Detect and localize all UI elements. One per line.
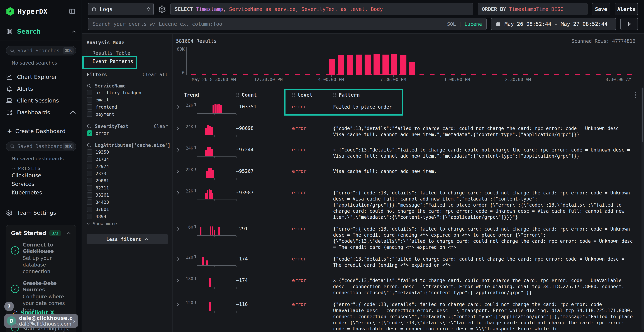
expand-chevron-icon[interactable] (176, 254, 184, 261)
expand-chevron-icon[interactable] (176, 146, 184, 152)
table-row[interactable]: 24K~97244error× {"code":13,"details":"fa… (176, 146, 639, 162)
source-settings-gear-icon[interactable] (158, 5, 166, 13)
sidebar-item-client-sessions[interactable]: Client Sessions (6, 95, 76, 106)
checkbox[interactable] (87, 192, 92, 198)
checkbox[interactable] (87, 206, 92, 212)
alerts-button[interactable]: Alerts (615, 3, 638, 16)
drag-handle-icon[interactable] (292, 92, 295, 97)
filter-option[interactable]: payment (86, 110, 168, 118)
query-language-toggle[interactable]: SQL | Lucene (447, 21, 482, 27)
sidebar-item-team-settings[interactable]: Team Settings (6, 208, 76, 217)
table-menu-kebab-icon[interactable] (632, 91, 639, 98)
checkbox[interactable] (87, 156, 92, 162)
sidebar-item-chart-explorer[interactable]: Chart Explorer (6, 71, 76, 83)
clear-filter-link[interactable]: Clear (154, 124, 168, 129)
clear-all-link[interactable]: Clear all (142, 72, 168, 77)
filter-option[interactable]: 32311 (86, 184, 168, 192)
mode-results-table[interactable]: Results Table (87, 49, 168, 57)
filter-option[interactable]: 2333 (86, 170, 168, 177)
checkbox[interactable] (87, 214, 92, 219)
save-button[interactable]: Save (592, 3, 610, 16)
drag-handle-icon[interactable] (236, 92, 239, 97)
less-filters-button[interactable]: Less filters (86, 234, 168, 244)
order-by-input[interactable]: ORDER BY TimestampTime DESC (478, 3, 588, 16)
run-query-button[interactable] (620, 18, 638, 30)
histogram-plot[interactable] (186, 47, 637, 75)
event-search-box[interactable]: SQL | Lucene (88, 18, 486, 30)
checkbox[interactable] (87, 200, 92, 205)
presets-toggle[interactable]: PRESETS (12, 166, 76, 171)
checkbox[interactable] (87, 112, 92, 117)
checkbox[interactable] (87, 90, 92, 95)
checkbox[interactable] (87, 178, 92, 183)
expand-chevron-icon[interactable] (176, 188, 184, 195)
filter-option[interactable]: 37801 (86, 206, 168, 213)
sql-toggle[interactable]: SQL (447, 21, 456, 27)
filter-option[interactable]: email (86, 96, 168, 104)
expand-chevron-icon[interactable] (176, 300, 184, 306)
user-menu[interactable]: D dale@clickhouse.com dale@clickhouse.co… (4, 314, 78, 328)
get-started-header[interactable]: Get Started 3/3 (11, 230, 71, 236)
source-select[interactable]: Logs (88, 3, 154, 16)
lucene-toggle[interactable]: Lucene (464, 21, 482, 27)
select-query-input[interactable]: SELECT Timestamp, ServiceName as service… (170, 3, 473, 16)
expand-chevron-icon[interactable] (176, 224, 184, 231)
filter-option[interactable]: artillery-loadgen (86, 89, 168, 96)
saved-dashboards-search[interactable]: ⌘K (6, 142, 76, 151)
sidebar-item-kubernetes[interactable]: Kubernetes (12, 188, 76, 197)
checkbox[interactable] (87, 185, 92, 190)
expand-chevron-icon[interactable] (176, 124, 184, 130)
expand-chevron-icon[interactable] (176, 276, 184, 282)
drag-handle-icon[interactable] (333, 92, 336, 97)
collapse-sidebar-icon[interactable] (68, 8, 76, 15)
table-row[interactable]: 180~174error× {"code":13,"details":"fail… (176, 276, 639, 296)
table-row[interactable]: 120~174error{"code":13,"details":"failed… (176, 254, 639, 272)
date-range-picker[interactable]: May 26 08:52:44 - May 27 08:52:44 (491, 18, 616, 30)
sidebar-item-search[interactable]: Search (6, 28, 76, 36)
filter-option[interactable]: 21734 (86, 156, 168, 163)
header-count[interactable]: Count (236, 92, 292, 98)
saved-dashboards-input[interactable] (17, 144, 63, 149)
checkbox[interactable] (87, 104, 92, 110)
filter-option[interactable]: 33261 (86, 192, 168, 198)
sidebar-item-alerts[interactable]: Alerts (6, 83, 76, 95)
table-row[interactable]: 22K~103351errorFailed to place order (176, 102, 639, 120)
expand-chevron-icon[interactable] (176, 102, 184, 109)
chevron-up-icon[interactable] (70, 109, 76, 116)
filter-option[interactable]: 34423 (86, 198, 168, 206)
sidebar-item-services[interactable]: Services (12, 180, 76, 188)
checkbox[interactable] (87, 164, 92, 169)
scrollbar-thumb[interactable] (642, 88, 643, 142)
sidebar-item-dashboards[interactable]: Dashboards (6, 106, 76, 118)
table-row[interactable]: 60~291error{"error":{"code":13,"details"… (176, 224, 639, 250)
table-row[interactable]: 120~116error{"error":{"code":13,"details… (176, 300, 639, 332)
saved-searches-search[interactable]: ⌘K (6, 46, 76, 56)
table-row[interactable]: 22K~93987error{"error":{"code":13,"detai… (176, 188, 639, 220)
results-histogram[interactable]: 80K 0 (176, 47, 639, 75)
table-row[interactable]: 24K~98698error{"code":13,"details":"fail… (176, 124, 639, 141)
mode-event-patterns[interactable]: Event Patterns (87, 57, 168, 65)
get-started-step[interactable]: Connect to ClickHouse Set up your databa… (11, 242, 71, 275)
filter-option[interactable]: 4894 (86, 213, 168, 220)
chevron-up-icon[interactable] (72, 30, 76, 33)
header-trend[interactable]: Trend (184, 92, 236, 98)
checkbox[interactable] (87, 149, 92, 155)
filter-option[interactable]: frontend (86, 104, 168, 110)
saved-searches-input[interactable] (17, 48, 63, 54)
chevron-up-icon[interactable] (66, 232, 71, 235)
filter-option[interactable]: 29081 (86, 177, 168, 184)
header-pattern[interactable]: Pattern (333, 92, 632, 98)
checkbox[interactable] (87, 97, 92, 102)
help-button[interactable]: ? (4, 302, 14, 311)
get-started-step[interactable]: Create Data Sources Configure where your… (11, 280, 71, 313)
checkbox[interactable] (87, 171, 92, 176)
event-search-input[interactable] (92, 21, 444, 27)
filter-option[interactable]: error (86, 130, 168, 137)
sidebar-item-clickhouse[interactable]: ClickHouse (12, 171, 76, 180)
expand-chevron-icon[interactable] (176, 167, 184, 173)
header-level[interactable]: level (292, 92, 333, 98)
show-more-link[interactable]: Show more (86, 220, 168, 227)
filter-option[interactable]: 19350 (86, 148, 168, 156)
scrollbar[interactable] (642, 87, 644, 330)
checkbox-checked[interactable] (87, 130, 92, 136)
